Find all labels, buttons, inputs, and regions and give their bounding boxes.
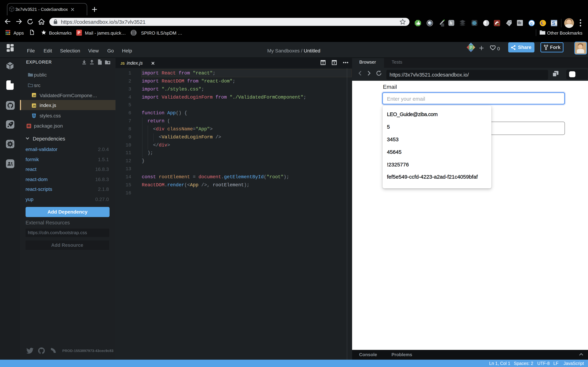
svg-text:21: 21 [508,22,510,25]
svg-text:S: S [552,20,555,26]
svg-text:g: g [530,21,533,25]
